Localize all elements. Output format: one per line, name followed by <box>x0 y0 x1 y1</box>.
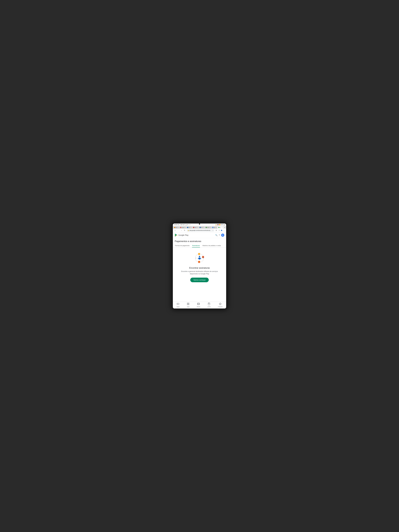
nav-jogos[interactable]: Jogos <box>176 303 180 307</box>
svg-rect-13 <box>188 303 189 304</box>
tab-order-history[interactable]: Histórico de pedidos e verba <box>202 244 221 247</box>
svg-rect-12 <box>187 303 188 304</box>
tabs-bar: Palato Casa L... Pharyn SciELO Pesqui <box>173 226 226 229</box>
tab-pharyn[interactable]: Pharyn <box>186 227 192 228</box>
status-dot: • <box>190 224 190 225</box>
nav-criancas[interactable]: Crianças <box>218 303 223 307</box>
status-date: ter., 2 de mai. <box>178 224 185 225</box>
apps-icon <box>187 303 190 306</box>
tab-count-badge[interactable]: 8 <box>221 230 222 231</box>
tab-favicon <box>187 227 188 228</box>
toolbar-icons: ⬇ ↗ 8 ⋮ <box>215 230 225 231</box>
download-button[interactable]: ⬇ <box>215 230 217 231</box>
page-content: Google Play 🔍 ? E Pagamentos e assinatur… <box>173 232 226 302</box>
status-left: 09:59 ter., 2 de mai. ☁ ● ✓ • <box>174 224 190 225</box>
url-bar[interactable]: 🔒 play.google.com/store/account/subscrip… <box>187 229 214 232</box>
status-time: 09:59 <box>174 224 177 225</box>
nav-filmes-label: Filmes <box>197 306 200 307</box>
gplay-title: Google Play <box>178 234 188 236</box>
gplay-header: Google Play 🔍 ? E <box>173 232 226 238</box>
nav-livros[interactable]: Livros <box>207 303 211 307</box>
tab-favicon <box>174 227 175 228</box>
status-right: 🔒 🔇 📶 26% ▬ <box>215 224 225 225</box>
tab-favicon <box>218 227 219 228</box>
get-started-button[interactable]: Vamos começar <box>190 278 209 282</box>
status-lock-icon: 🔒 <box>215 224 217 225</box>
status-whatsapp-icon: ● <box>187 224 188 225</box>
tab-favicon <box>212 227 213 228</box>
user-avatar[interactable]: E <box>221 234 224 237</box>
tab-casa[interactable]: Casa L... <box>179 227 186 228</box>
nav-apps[interactable]: Apps <box>187 303 190 307</box>
bookmark-icon[interactable]: ☆ <box>212 230 213 231</box>
tab-label: google <box>214 227 216 228</box>
svg-marker-2 <box>196 257 196 259</box>
status-mute-icon: 🔇 <box>217 224 219 225</box>
tab-label: Exames <box>207 227 210 228</box>
browser-chrome: Palato Casa L... Pharyn SciELO Pesqui <box>173 226 226 232</box>
svg-point-9 <box>199 256 200 257</box>
device-screen: 09:59 ter., 2 de mai. ☁ ● ✓ • 🔒 🔇 📶 26% … <box>173 223 226 309</box>
empty-state: ♪ 🎮 ☰ <box>173 247 226 285</box>
tab-label: Palato <box>176 227 178 228</box>
subscription-empty-icon: ♪ 🎮 ☰ <box>193 252 206 265</box>
nav-jogos-label: Jogos <box>176 306 180 307</box>
empty-state-title: Encontrar assinaturas <box>189 267 210 269</box>
svg-text:☰: ☰ <box>199 261 200 262</box>
bottom-nav: Jogos Apps <box>173 302 226 309</box>
status-battery-icon: ▬ <box>224 224 225 225</box>
status-battery: 26% <box>221 224 223 225</box>
status-check-icon: ✓ <box>188 224 190 225</box>
search-icon[interactable]: 🔍 <box>215 234 217 236</box>
svg-rect-16 <box>197 303 200 305</box>
tab-payment-methods[interactable]: Formas de pagamento <box>175 244 190 247</box>
games-icon <box>177 303 179 306</box>
tab-google[interactable]: google <box>211 227 217 228</box>
address-bar: ⌂ ← → ↻ 🔒 play.google.com/store/account/… <box>173 229 226 232</box>
tab-subscriptions[interactable]: Assinaturas <box>192 244 200 247</box>
tab-goo-active[interactable]: Goo ✕ <box>218 227 223 228</box>
kids-icon <box>219 303 222 306</box>
nav-livros-label: Livros <box>207 306 211 307</box>
tab-close-icon[interactable]: ✕ <box>222 227 223 228</box>
nav-criancas-label: Crianças <box>218 306 223 307</box>
tab-favicon <box>193 227 194 228</box>
new-tab-button[interactable]: + <box>224 226 226 229</box>
forward-button[interactable]: → <box>180 229 183 231</box>
tab-pesqui[interactable]: Pesqui <box>199 227 205 228</box>
tab-label: Pharyn <box>189 227 191 228</box>
camera-notch <box>199 223 200 225</box>
gplay-logo: Google Play <box>175 234 188 237</box>
tab-scielo[interactable]: SciELO <box>192 227 199 228</box>
menu-button[interactable]: ⋮ <box>223 230 225 231</box>
subscription-illustration: ♪ 🎮 ☰ <box>193 252 206 265</box>
tab-exames[interactable]: Exames <box>205 227 211 228</box>
home-button[interactable]: ⌂ <box>174 229 176 231</box>
section-tabs: Formas de pagamento Assinaturas Históric… <box>173 244 226 247</box>
status-signal-icon: 📶 <box>219 224 221 225</box>
status-cloud-icon: ☁ <box>185 224 187 225</box>
reload-button[interactable]: ↻ <box>184 229 186 231</box>
empty-state-description: Encontre e gerencie facilmente milhares … <box>181 270 218 275</box>
page-title: Pagamentos e assinaturas <box>173 238 226 244</box>
svg-rect-15 <box>188 304 189 305</box>
url-text: play.google.com/store/account/subscrip <box>190 230 212 231</box>
tab-label: Pesqui <box>201 227 204 228</box>
books-icon <box>208 303 210 306</box>
gplay-header-icons: 🔍 ? E <box>215 234 224 237</box>
google-play-logo-icon <box>175 234 177 237</box>
back-button[interactable]: ← <box>177 229 179 231</box>
device-frame: 09:59 ter., 2 de mai. ☁ ● ✓ • 🔒 🔇 📶 26% … <box>172 222 227 310</box>
lock-icon: 🔒 <box>188 230 189 231</box>
tab-favicon <box>200 227 201 228</box>
svg-text:♪: ♪ <box>199 253 199 255</box>
help-icon[interactable]: ? <box>219 234 220 236</box>
svg-text:🎮: 🎮 <box>203 257 204 258</box>
nav-filmes[interactable]: Filmes <box>197 303 200 307</box>
nav-apps-label: Apps <box>187 306 190 307</box>
tab-palato[interactable]: Palato <box>173 227 179 228</box>
svg-rect-17 <box>208 303 210 305</box>
tab-label: Casa L... <box>182 227 185 228</box>
tab-label: SciELO <box>195 227 198 228</box>
share-button[interactable]: ↗ <box>218 230 220 231</box>
